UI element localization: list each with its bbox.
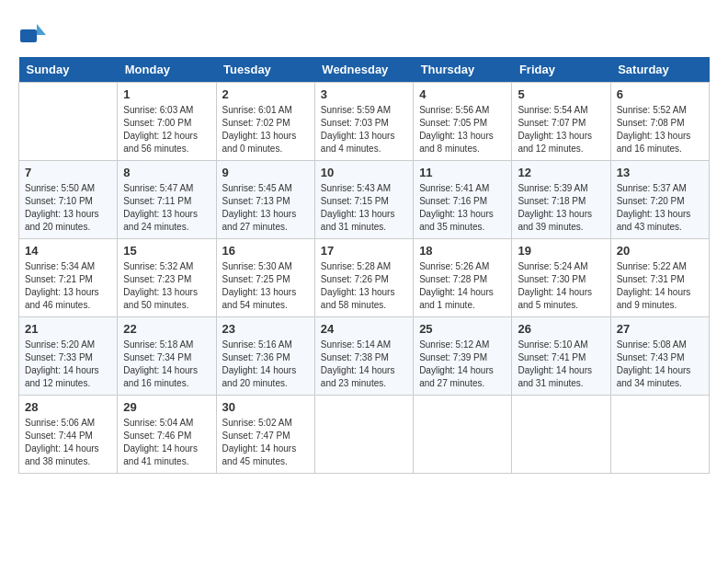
weekday-header-row: SundayMondayTuesdayWednesdayThursdayFrid… <box>19 57 710 83</box>
day-info: Sunrise: 5:59 AM Sunset: 7:03 PM Dayligh… <box>321 104 407 155</box>
calendar-cell: 17Sunrise: 5:28 AM Sunset: 7:26 PM Dayli… <box>314 239 413 317</box>
day-number: 25 <box>419 322 506 336</box>
day-info: Sunrise: 5:24 AM Sunset: 7:30 PM Dayligh… <box>518 260 604 312</box>
day-number: 16 <box>222 244 309 258</box>
calendar-cell: 21Sunrise: 5:20 AM Sunset: 7:33 PM Dayli… <box>19 317 118 396</box>
calendar-week-5: 28Sunrise: 5:06 AM Sunset: 7:44 PM Dayli… <box>19 396 710 474</box>
calendar-cell: 2Sunrise: 6:01 AM Sunset: 7:02 PM Daylig… <box>216 83 314 161</box>
calendar-cell <box>512 396 610 474</box>
day-number: 4 <box>419 87 506 101</box>
day-number: 10 <box>321 166 407 179</box>
day-info: Sunrise: 6:03 AM Sunset: 7:00 PM Dayligh… <box>123 104 210 155</box>
day-number: 11 <box>419 166 506 179</box>
day-number: 1 <box>123 87 210 101</box>
page-header <box>18 18 710 48</box>
calendar-cell: 16Sunrise: 5:30 AM Sunset: 7:25 PM Dayli… <box>216 239 314 317</box>
calendar-cell: 22Sunrise: 5:18 AM Sunset: 7:34 PM Dayli… <box>118 317 216 396</box>
day-number: 18 <box>419 244 506 258</box>
calendar-cell: 15Sunrise: 5:32 AM Sunset: 7:23 PM Dayli… <box>118 239 216 317</box>
day-info: Sunrise: 5:47 AM Sunset: 7:11 PM Dayligh… <box>123 182 210 234</box>
day-number: 22 <box>123 322 210 336</box>
day-number: 23 <box>222 322 309 336</box>
day-info: Sunrise: 5:43 AM Sunset: 7:15 PM Dayligh… <box>321 182 407 234</box>
calendar-cell: 9Sunrise: 5:45 AM Sunset: 7:13 PM Daylig… <box>216 161 314 239</box>
day-number: 17 <box>321 244 407 258</box>
day-number: 27 <box>617 322 703 336</box>
calendar-cell: 10Sunrise: 5:43 AM Sunset: 7:15 PM Dayli… <box>314 161 413 239</box>
calendar-table: SundayMondayTuesdayWednesdayThursdayFrid… <box>18 57 710 474</box>
day-number: 13 <box>617 166 703 179</box>
day-info: Sunrise: 5:39 AM Sunset: 7:18 PM Dayligh… <box>518 182 604 234</box>
calendar-week-2: 7Sunrise: 5:50 AM Sunset: 7:10 PM Daylig… <box>19 161 710 239</box>
calendar-cell: 14Sunrise: 5:34 AM Sunset: 7:21 PM Dayli… <box>19 239 118 317</box>
calendar-cell: 12Sunrise: 5:39 AM Sunset: 7:18 PM Dayli… <box>512 161 610 239</box>
calendar-cell: 20Sunrise: 5:22 AM Sunset: 7:31 PM Dayli… <box>610 239 709 317</box>
calendar-cell: 23Sunrise: 5:16 AM Sunset: 7:36 PM Dayli… <box>216 317 314 396</box>
day-number: 28 <box>25 400 111 414</box>
day-info: Sunrise: 5:22 AM Sunset: 7:31 PM Dayligh… <box>617 260 703 312</box>
day-info: Sunrise: 5:45 AM Sunset: 7:13 PM Dayligh… <box>222 182 309 234</box>
day-info: Sunrise: 5:56 AM Sunset: 7:05 PM Dayligh… <box>419 104 506 155</box>
calendar-cell: 27Sunrise: 5:08 AM Sunset: 7:43 PM Dayli… <box>610 317 709 396</box>
calendar-cell: 1Sunrise: 6:03 AM Sunset: 7:00 PM Daylig… <box>118 83 216 161</box>
calendar-cell: 8Sunrise: 5:47 AM Sunset: 7:11 PM Daylig… <box>118 161 216 239</box>
day-number: 8 <box>123 166 210 179</box>
calendar-cell: 19Sunrise: 5:24 AM Sunset: 7:30 PM Dayli… <box>512 239 610 317</box>
day-number: 3 <box>321 87 407 101</box>
day-number: 9 <box>222 166 309 179</box>
day-info: Sunrise: 5:52 AM Sunset: 7:08 PM Dayligh… <box>617 104 703 155</box>
calendar-cell: 3Sunrise: 5:59 AM Sunset: 7:03 PM Daylig… <box>314 83 413 161</box>
weekday-header-tuesday: Tuesday <box>216 57 314 83</box>
calendar-cell: 28Sunrise: 5:06 AM Sunset: 7:44 PM Dayli… <box>19 396 118 474</box>
day-info: Sunrise: 5:12 AM Sunset: 7:39 PM Dayligh… <box>419 339 506 390</box>
day-info: Sunrise: 5:10 AM Sunset: 7:41 PM Dayligh… <box>518 339 604 390</box>
day-info: Sunrise: 5:50 AM Sunset: 7:10 PM Dayligh… <box>25 182 111 234</box>
day-info: Sunrise: 5:26 AM Sunset: 7:28 PM Dayligh… <box>419 260 506 312</box>
calendar-cell <box>314 396 413 474</box>
weekday-header-wednesday: Wednesday <box>314 57 413 83</box>
calendar-cell: 30Sunrise: 5:02 AM Sunset: 7:47 PM Dayli… <box>216 396 314 474</box>
day-number: 20 <box>617 244 703 258</box>
calendar-week-4: 21Sunrise: 5:20 AM Sunset: 7:33 PM Dayli… <box>19 317 710 396</box>
day-number: 14 <box>25 244 111 258</box>
weekday-header-saturday: Saturday <box>610 57 709 83</box>
day-info: Sunrise: 5:34 AM Sunset: 7:21 PM Dayligh… <box>25 260 111 312</box>
calendar-cell: 24Sunrise: 5:14 AM Sunset: 7:38 PM Dayli… <box>314 317 413 396</box>
weekday-header-friday: Friday <box>512 57 610 83</box>
calendar-cell: 6Sunrise: 5:52 AM Sunset: 7:08 PM Daylig… <box>610 83 709 161</box>
calendar-cell: 11Sunrise: 5:41 AM Sunset: 7:16 PM Dayli… <box>414 161 512 239</box>
weekday-header-thursday: Thursday <box>414 57 512 83</box>
day-number: 30 <box>222 400 309 414</box>
day-info: Sunrise: 5:06 AM Sunset: 7:44 PM Dayligh… <box>25 417 111 468</box>
calendar-cell: 26Sunrise: 5:10 AM Sunset: 7:41 PM Dayli… <box>512 317 610 396</box>
day-number: 21 <box>25 322 111 336</box>
day-number: 29 <box>123 400 210 414</box>
day-number: 6 <box>617 87 703 101</box>
calendar-cell: 13Sunrise: 5:37 AM Sunset: 7:20 PM Dayli… <box>610 161 709 239</box>
logo-icon <box>18 18 48 48</box>
calendar-cell: 25Sunrise: 5:12 AM Sunset: 7:39 PM Dayli… <box>414 317 512 396</box>
day-number: 7 <box>25 166 111 179</box>
day-number: 24 <box>321 322 407 336</box>
day-info: Sunrise: 5:02 AM Sunset: 7:47 PM Dayligh… <box>222 417 309 468</box>
day-info: Sunrise: 5:14 AM Sunset: 7:38 PM Dayligh… <box>321 339 407 390</box>
calendar-cell <box>414 396 512 474</box>
calendar-body: 1Sunrise: 6:03 AM Sunset: 7:00 PM Daylig… <box>19 83 710 474</box>
calendar-cell <box>19 83 118 161</box>
day-info: Sunrise: 5:32 AM Sunset: 7:23 PM Dayligh… <box>123 260 210 312</box>
calendar-cell: 18Sunrise: 5:26 AM Sunset: 7:28 PM Dayli… <box>414 239 512 317</box>
svg-marker-1 <box>37 24 46 35</box>
day-number: 12 <box>518 166 604 179</box>
day-number: 26 <box>518 322 604 336</box>
calendar-cell: 7Sunrise: 5:50 AM Sunset: 7:10 PM Daylig… <box>19 161 118 239</box>
day-info: Sunrise: 5:41 AM Sunset: 7:16 PM Dayligh… <box>419 182 506 234</box>
day-number: 15 <box>123 244 210 258</box>
weekday-header-monday: Monday <box>118 57 216 83</box>
calendar-week-1: 1Sunrise: 6:03 AM Sunset: 7:00 PM Daylig… <box>19 83 710 161</box>
logo <box>18 18 51 48</box>
calendar-cell: 5Sunrise: 5:54 AM Sunset: 7:07 PM Daylig… <box>512 83 610 161</box>
weekday-header-sunday: Sunday <box>19 57 118 83</box>
day-info: Sunrise: 5:16 AM Sunset: 7:36 PM Dayligh… <box>222 339 309 390</box>
svg-rect-0 <box>20 29 37 42</box>
calendar-week-3: 14Sunrise: 5:34 AM Sunset: 7:21 PM Dayli… <box>19 239 710 317</box>
